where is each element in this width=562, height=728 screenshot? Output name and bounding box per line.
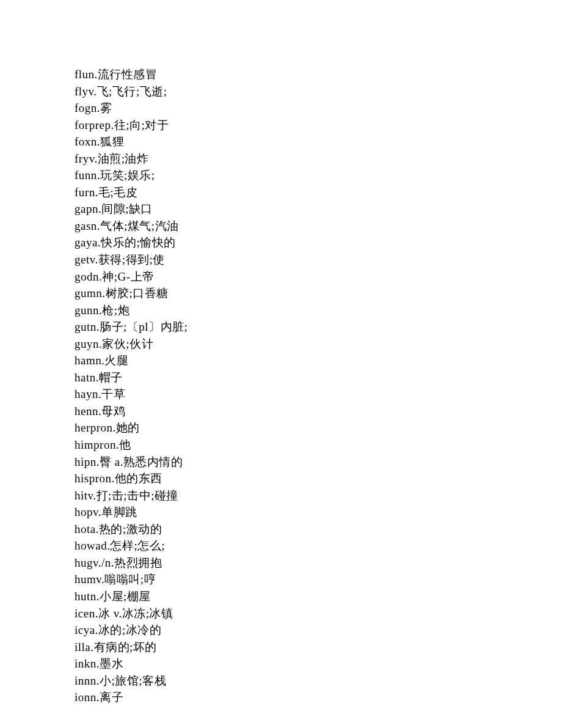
vocab-entry: henn.母鸡 — [75, 403, 562, 420]
vocab-entry: gutn.肠子;〔pl〕内脏; — [75, 318, 562, 336]
vocab-entry: gunn.枪;炮 — [75, 302, 562, 319]
vocab-entry: foxn.狐狸 — [75, 133, 562, 150]
vocab-entry: herpron.她的 — [75, 419, 562, 436]
vocab-entry: flyv.飞;飞行;飞逝; — [75, 83, 562, 100]
vocab-entry: inkn.墨水 — [75, 655, 562, 672]
vocab-entry: furn.毛;毛皮 — [75, 184, 562, 201]
vocab-entry: hamn.火腿 — [75, 352, 562, 369]
vocab-entry: godn.神;G-上帝 — [75, 268, 562, 285]
vocab-entry: ionn.离子 — [75, 689, 562, 706]
vocab-entry: forprep.往;向;对于 — [75, 117, 562, 134]
vocab-entry: hipn.臀 a.熟悉内情的 — [75, 454, 562, 471]
vocab-entry: flun.流行性感冒 — [75, 66, 562, 83]
vocab-entry: hitv.打;击;击中;碰撞 — [75, 487, 562, 504]
vocab-entry: hota.热的;激动的 — [75, 521, 562, 538]
vocab-entry: hispron.他的东西 — [75, 470, 562, 487]
vocab-entry: innn.小;旅馆;客栈 — [75, 672, 562, 689]
vocab-entry: guyn.家伙;伙计 — [75, 336, 562, 353]
vocab-entry: fogn.雾 — [75, 100, 562, 117]
vocabulary-list: flun.流行性感冒flyv.飞;飞行;飞逝;fogn.雾forprep.往;向… — [0, 0, 562, 706]
vocab-entry: hatn.帽子 — [75, 369, 562, 386]
vocab-entry: icya.冰的;冰冷的 — [75, 622, 562, 639]
vocab-entry: humv.嗡嗡叫;哼 — [75, 571, 562, 588]
vocab-entry: getv.获得;得到;使 — [75, 251, 562, 268]
vocab-entry: himpron.他 — [75, 436, 562, 454]
vocab-entry: hayn.干草 — [75, 386, 562, 403]
vocab-entry: gapn.间隙;缺口 — [75, 200, 562, 218]
vocab-entry: hugv./n.热烈拥抱 — [75, 554, 562, 572]
vocab-entry: hopv.单脚跳 — [75, 504, 562, 521]
vocab-entry: funn.玩笑;娱乐; — [75, 167, 562, 184]
vocab-entry: fryv.油煎;油炸 — [75, 150, 562, 167]
vocab-entry: hutn.小屋;棚屋 — [75, 588, 562, 605]
vocab-entry: gumn.树胶;口香糖 — [75, 285, 562, 302]
vocab-entry: gaya.快乐的;愉快的 — [75, 234, 562, 251]
vocab-entry: icen.冰 v.冰冻;冰镇 — [75, 605, 562, 622]
vocab-entry: howad.怎样;怎么; — [75, 537, 562, 554]
vocab-entry: illa.有病的;坏的 — [75, 639, 562, 656]
vocab-entry: gasn.气体;煤气;汽油 — [75, 218, 562, 235]
